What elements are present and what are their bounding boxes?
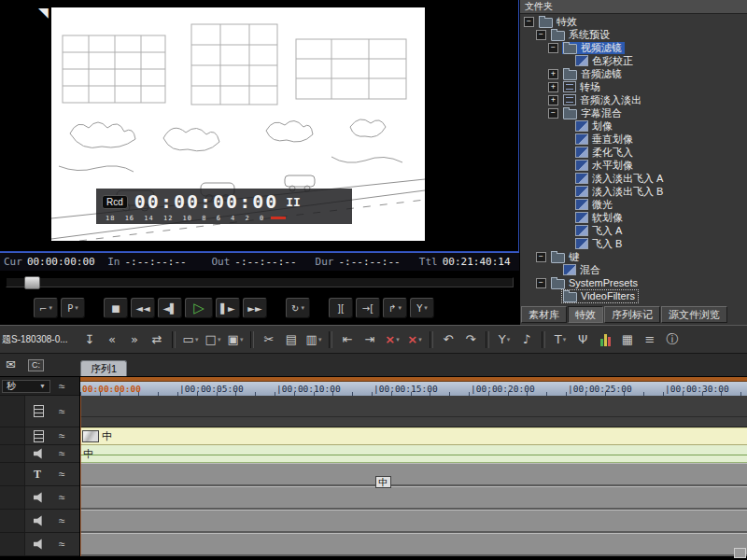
chevron-down-icon[interactable]: ▾ xyxy=(301,304,304,312)
collapse-icon[interactable]: − xyxy=(536,252,546,262)
expand-icon[interactable]: + xyxy=(548,82,558,92)
ripple-delete-button[interactable]: ×▾ xyxy=(404,329,425,351)
tree-item-15[interactable]: 软划像 xyxy=(520,211,747,224)
panel-tab-1[interactable]: 特效 xyxy=(568,306,603,323)
mail-icon[interactable]: ✉ xyxy=(6,357,16,371)
chevron-down-icon[interactable]: ▾ xyxy=(507,336,511,343)
add-marker-button[interactable]: ↧ xyxy=(79,329,100,351)
panel-tab-0[interactable]: 素材库 xyxy=(521,306,567,323)
paste-button[interactable]: ▥▾ xyxy=(303,329,324,351)
panel-tab-2[interactable]: 序列标记 xyxy=(604,306,660,323)
tree-item-17[interactable]: 飞入 B xyxy=(520,237,747,250)
tree-item-13[interactable]: 淡入淡出飞入 B xyxy=(520,185,747,198)
tree-item-21[interactable]: VideoFilters xyxy=(520,289,747,302)
tree-item-5[interactable]: +转场 xyxy=(520,80,747,93)
time-scale-dropdown[interactable]: 秒 ▼ xyxy=(2,380,50,393)
track-header-4[interactable]: ≈ xyxy=(0,486,79,510)
scrubber-handle[interactable] xyxy=(24,276,40,289)
collapse-icon[interactable]: − xyxy=(548,43,558,53)
audio-track-3-lane[interactable] xyxy=(80,510,747,533)
track-expand-icon[interactable]: ≈ xyxy=(59,448,65,459)
track-header-6[interactable]: ≈ xyxy=(0,533,79,556)
tree-item-9[interactable]: 垂直划像 xyxy=(520,133,747,146)
loop-playback-button[interactable]: ↻▾ xyxy=(286,298,310,318)
chevron-down-icon[interactable]: ▾ xyxy=(75,304,78,312)
track-expand-icon[interactable]: ≈ xyxy=(59,515,65,526)
tree-item-20[interactable]: −SystemPresets xyxy=(520,276,747,289)
collapse-icon[interactable]: − xyxy=(548,108,558,119)
tree-item-19[interactable]: 混合 xyxy=(520,263,747,276)
panel-tab-3[interactable]: 源文件浏览 xyxy=(661,306,727,323)
playhead-line[interactable] xyxy=(80,396,81,556)
track-header-0[interactable]: ≈ xyxy=(0,396,79,427)
previous-frame-button[interactable]: ◄▌ xyxy=(158,298,182,318)
chevron-down-icon[interactable]: ▾ xyxy=(563,336,567,343)
fast-forward-button[interactable]: ►► xyxy=(243,298,267,318)
jump-to-button[interactable]: ↱▾ xyxy=(383,298,407,318)
play-button[interactable]: ▷ xyxy=(185,298,213,318)
chevron-down-icon[interactable]: ▾ xyxy=(240,336,244,343)
add-track-button[interactable]: Y▾ xyxy=(494,329,514,351)
cut-button[interactable]: ✂ xyxy=(259,329,279,351)
track-header-3[interactable]: T≈ xyxy=(0,463,79,486)
track-expand-icon[interactable]: ≈ xyxy=(59,469,65,480)
video-track-1-lane[interactable]: 中 xyxy=(80,427,747,445)
chevron-down-icon[interactable]: ▾ xyxy=(318,336,322,343)
tree-item-14[interactable]: 微光 xyxy=(520,198,747,211)
video-track-2-lane[interactable] xyxy=(80,396,747,427)
audio-track-4-lane[interactable] xyxy=(80,533,747,556)
title-track-lane[interactable]: 中 xyxy=(80,463,747,486)
chevron-down-icon[interactable]: ▾ xyxy=(49,304,52,312)
track-expand-icon[interactable]: ≈ xyxy=(59,492,65,503)
copy-button[interactable]: ▤ xyxy=(281,329,302,351)
track-header-2[interactable]: ≈ xyxy=(0,445,79,463)
audio-clip[interactable]: 中 xyxy=(80,445,747,463)
tree-item-18[interactable]: −键 xyxy=(520,250,747,263)
video-track-icon[interactable] xyxy=(34,405,44,417)
rewind-button[interactable]: ◄◄ xyxy=(131,298,155,318)
redo-button[interactable]: ↷ xyxy=(460,329,481,351)
track-expand-icon[interactable]: ≈ xyxy=(59,430,65,441)
tree-item-0[interactable]: −特效 xyxy=(520,15,747,28)
ripple-cut-button[interactable]: ⇤ xyxy=(337,329,358,351)
insert-overwrite-toggle-button[interactable]: ⇄ xyxy=(147,329,167,351)
set-mark-button[interactable]: P▾ xyxy=(61,298,85,318)
title-clip[interactable]: 中 xyxy=(375,476,391,488)
audio-mixer-button[interactable] xyxy=(595,329,615,351)
chevron-down-icon[interactable]: ▾ xyxy=(424,304,428,312)
chevron-down-icon[interactable]: ▾ xyxy=(398,304,402,312)
effect-settings-button[interactable]: ≡ xyxy=(640,329,660,351)
set-mark-in-button[interactable]: ⌐▾ xyxy=(34,298,58,318)
tree-item-3[interactable]: 色彩校正 xyxy=(520,54,747,67)
mute-track-button[interactable]: ♪ xyxy=(516,329,537,351)
expand-icon[interactable]: + xyxy=(548,95,558,105)
layout-button[interactable]: ▦ xyxy=(617,329,638,351)
play-around-cursor-button[interactable]: ][ xyxy=(329,298,353,318)
ruler-scale[interactable]: 00:00:00:00|00:00:05:00|00:00:10:00|00:0… xyxy=(80,382,747,396)
tree-item-4[interactable]: +音频滤镜 xyxy=(520,67,747,80)
drive-icon[interactable]: C: xyxy=(28,359,44,371)
tree-item-12[interactable]: 淡入淡出飞入 A xyxy=(520,172,747,185)
speaker-icon[interactable] xyxy=(34,515,45,526)
track-expand-icon[interactable]: ≈ xyxy=(59,539,65,550)
chevron-down-icon[interactable]: ▾ xyxy=(218,336,221,343)
next-frame-button[interactable]: ▌► xyxy=(216,298,240,318)
tree-item-11[interactable]: 水平划像 xyxy=(520,159,747,172)
ripple-trim-button[interactable]: ⇥ xyxy=(359,329,380,351)
chevron-down-icon[interactable]: ▾ xyxy=(396,336,400,343)
chevron-down-icon[interactable]: ▾ xyxy=(195,336,199,343)
open-project-button[interactable]: □▾ xyxy=(203,329,223,351)
delete-button[interactable]: ×▾ xyxy=(382,329,402,351)
timeline-ruler[interactable]: 00:00:00:00|00:00:05:00|00:00:10:00|00:0… xyxy=(80,377,747,396)
undo-button[interactable]: ↶ xyxy=(438,329,458,351)
new-sequence-button[interactable]: ▭▾ xyxy=(180,329,201,351)
voiceover-button[interactable]: Ψ xyxy=(572,329,593,351)
tree-item-6[interactable]: +音频淡入淡出 xyxy=(520,93,747,106)
track-expand-icon[interactable]: ≈ xyxy=(59,381,65,392)
info-button[interactable]: ⓘ xyxy=(662,329,683,351)
track-expand-icon[interactable]: ≈ xyxy=(59,406,65,417)
sequence-tab[interactable]: 序列1 xyxy=(80,360,127,376)
speaker-icon[interactable] xyxy=(34,539,45,550)
expand-icon[interactable]: + xyxy=(548,69,558,79)
tree-item-1[interactable]: −系统预设 xyxy=(520,28,747,41)
